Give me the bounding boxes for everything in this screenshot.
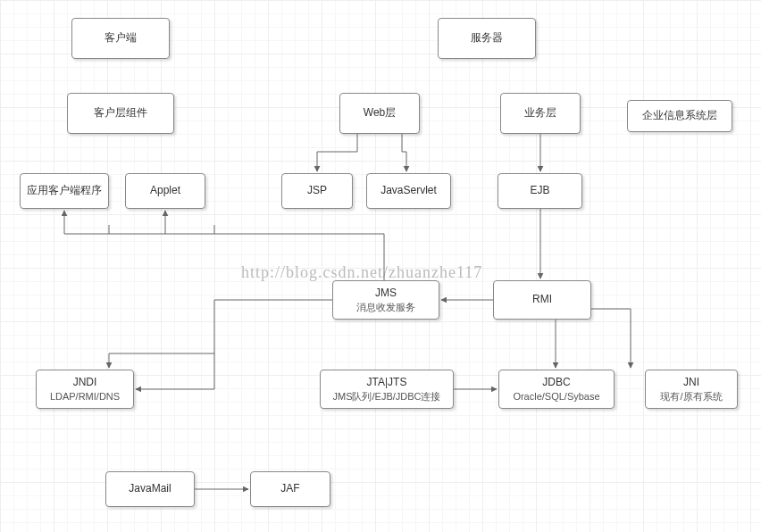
node-client: 客户端 <box>71 18 170 59</box>
node-server: 服务器 <box>438 18 536 59</box>
node-jdbc: JDBC Oracle/SQL/Sybase <box>498 370 615 409</box>
node-web-layer: Web层 <box>339 93 420 134</box>
node-jms: JMS 消息收发服务 <box>332 280 439 320</box>
node-ejb: EJB <box>498 173 582 209</box>
edge-rmi-jni <box>591 309 631 368</box>
node-servlet: JavaServlet <box>366 173 451 209</box>
edge-weblayer-jsp <box>317 134 357 171</box>
node-jni: JNI 现有/原有系统 <box>645 370 738 409</box>
node-applet: Applet <box>125 173 205 209</box>
node-client-layer: 客户层组件 <box>67 93 174 134</box>
node-rmi: RMI <box>493 280 591 320</box>
node-jndi: JNDI LDAP/RMI/DNS <box>36 370 134 409</box>
node-jsp: JSP <box>281 173 353 209</box>
watermark: http://blog.csdn.net/zhuanzhe117 <box>241 263 482 282</box>
node-javamail: JavaMail <box>105 471 195 507</box>
edge-into-jndi-side <box>136 353 214 389</box>
node-jaf: JAF <box>250 471 330 507</box>
diagram-canvas: http://blog.csdn.net/zhuanzhe117 客户端 服务器… <box>0 0 761 532</box>
node-biz-layer: 业务层 <box>500 93 581 134</box>
node-app-client: 应用客户端程序 <box>20 173 109 209</box>
node-jtajts: JTA|JTS JMS队列/EJB/JDBC连接 <box>320 370 454 409</box>
edge-jms-jndi-branch <box>109 300 332 353</box>
node-eis-layer: 企业信息系统层 <box>627 100 732 132</box>
edge-weblayer-servlet <box>402 134 406 171</box>
